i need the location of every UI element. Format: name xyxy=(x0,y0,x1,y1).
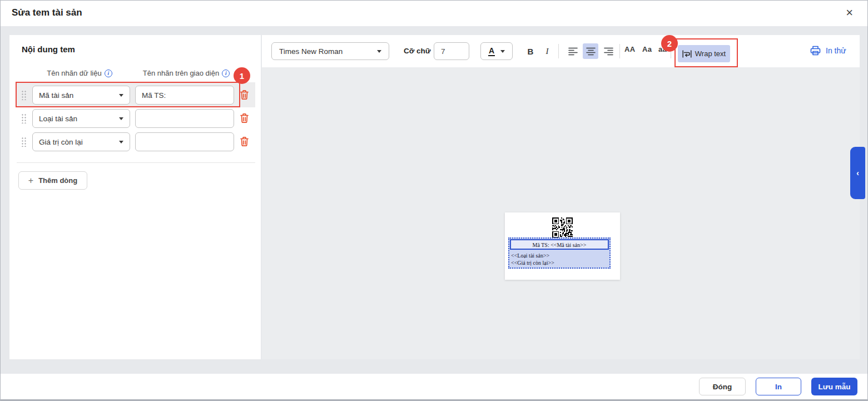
titlecase-button[interactable]: Aa xyxy=(642,45,652,53)
chevron-down-icon xyxy=(119,117,123,120)
selected-option: Giá trị còn lại xyxy=(39,138,83,146)
info-icon[interactable]: i xyxy=(105,70,112,77)
data-label-select[interactable]: Loại tài sản xyxy=(32,109,130,128)
dialog-titlebar: Sửa tem tài sản × xyxy=(1,1,867,26)
label-line[interactable]: <<Giá trị còn lại>> xyxy=(511,260,554,266)
label-field-row: Mã tài sản xyxy=(9,85,261,105)
font-color-select[interactable]: A xyxy=(480,42,513,60)
plus-icon: + xyxy=(28,176,33,186)
dialog-footer: Đóng In Lưu mẫu xyxy=(1,374,867,399)
save-template-button[interactable]: Lưu mẫu xyxy=(811,378,857,395)
display-label-input[interactable] xyxy=(135,86,234,105)
label-text-block[interactable]: Mã TS: <<Mã tài sản>> <<Loại tài sản>> <… xyxy=(508,237,611,269)
chevron-down-icon xyxy=(500,50,505,53)
info-icon[interactable]: i xyxy=(222,70,230,77)
divider xyxy=(17,162,255,163)
column-header-text: Tên nhãn trên giao diện xyxy=(143,69,219,77)
label-designer-panel: Times New Roman Cỡ chữ A B I xyxy=(262,35,860,359)
panel-heading: Nội dung tem xyxy=(22,44,75,54)
selected-option: Loại tài sản xyxy=(39,115,77,123)
uppercase-button[interactable]: AA xyxy=(624,45,635,53)
print-test-label: In thử xyxy=(826,46,846,55)
format-toolbar: Times New Roman Cỡ chữ A B I xyxy=(262,35,860,67)
display-label-input[interactable] xyxy=(135,109,234,128)
wrap-text-icon xyxy=(682,50,692,58)
annotation-badge-step1: 1 xyxy=(234,67,250,84)
label-line[interactable]: <<Loại tài sản>> xyxy=(511,253,549,259)
print-test-button[interactable]: In thử xyxy=(810,46,846,56)
display-label-input[interactable] xyxy=(135,132,234,151)
dialog-title: Sửa tem tài sản xyxy=(12,7,82,18)
collapse-panel-tab[interactable]: ‹ xyxy=(850,147,865,199)
data-label-select[interactable]: Giá trị còn lại xyxy=(32,132,130,151)
align-center-button[interactable] xyxy=(583,43,598,59)
delete-row-icon[interactable] xyxy=(239,136,250,147)
label-field-row: Giá trị còn lại xyxy=(9,132,261,152)
chevron-down-icon xyxy=(119,141,123,143)
chevron-left-icon: ‹ xyxy=(856,169,859,177)
drag-handle-icon[interactable] xyxy=(21,90,27,100)
label-preview-card[interactable]: Mã TS: <<Mã tài sản>> <<Loại tài sản>> <… xyxy=(505,212,620,280)
align-right-button[interactable] xyxy=(601,43,616,59)
font-color-letter: A xyxy=(488,47,495,56)
chevron-down-icon xyxy=(119,94,123,97)
label-content-panel: Nội dung tem Tên nhãn dữ liệu i Tên nhãn… xyxy=(9,35,261,359)
wrap-text-label: Wrap text xyxy=(695,49,726,58)
drag-handle-icon[interactable] xyxy=(21,137,27,147)
font-family-select[interactable]: Times New Roman xyxy=(271,42,389,60)
printer-icon xyxy=(810,46,821,56)
close-icon[interactable]: × xyxy=(846,6,853,20)
wrap-text-button[interactable]: Wrap text xyxy=(678,45,730,62)
edit-asset-label-dialog: Sửa tem tài sản × Nội dung tem Tên nhãn … xyxy=(0,0,868,401)
font-size-label: Cỡ chữ xyxy=(404,47,431,55)
selected-option: Mã tài sản xyxy=(39,91,73,100)
label-line-selected[interactable]: Mã TS: <<Mã tài sản>> xyxy=(510,239,609,250)
align-left-button[interactable] xyxy=(565,43,581,59)
column-header-data-label: Tên nhãn dữ liệu i xyxy=(29,69,130,77)
bold-button[interactable]: B xyxy=(523,44,538,58)
font-family-value: Times New Roman xyxy=(279,47,343,56)
drag-handle-icon[interactable] xyxy=(21,113,27,123)
italic-button[interactable]: I xyxy=(540,44,554,58)
qr-code xyxy=(552,217,573,238)
design-canvas[interactable]: Mã TS: <<Mã tài sản>> <<Loại tài sản>> <… xyxy=(262,67,860,359)
font-size-input[interactable] xyxy=(434,42,469,60)
add-row-label: Thêm dòng xyxy=(38,176,77,185)
print-button[interactable]: In xyxy=(756,378,801,395)
annotation-badge-step2: 2 xyxy=(661,35,678,52)
chevron-down-icon xyxy=(377,50,381,53)
label-field-row: Loại tài sản xyxy=(9,108,261,128)
data-label-select[interactable]: Mã tài sản xyxy=(32,86,130,105)
add-row-button[interactable]: + Thêm dòng xyxy=(18,171,87,190)
close-button[interactable]: Đóng xyxy=(699,378,746,395)
toolbar-separator xyxy=(558,44,559,58)
delete-row-icon[interactable] xyxy=(239,112,250,124)
column-header-display-label: Tên nhãn trên giao diện i xyxy=(131,69,242,77)
column-header-text: Tên nhãn dữ liệu xyxy=(47,69,101,77)
delete-row-icon[interactable] xyxy=(239,89,250,101)
toolbar-separator xyxy=(619,44,620,58)
